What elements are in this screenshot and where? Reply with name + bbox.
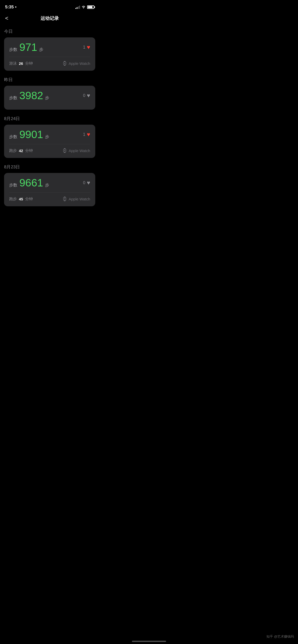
apple-watch-badge-aug23: Apple Watch	[62, 196, 90, 202]
apple-watch-badge-aug24: Apple Watch	[62, 148, 90, 153]
time-display: 5:35	[5, 5, 14, 10]
svg-point-3	[64, 63, 65, 64]
card-bottom-row: 游泳 26 分钟 Apple Watch	[9, 57, 90, 66]
steps-unit: 步	[39, 47, 43, 52]
card-top-row-aug24: 步数 9901 步 1 ♥	[9, 129, 90, 140]
apple-watch-label: Apple Watch	[69, 61, 90, 66]
card-bottom-row-aug24: 跑步 42 分钟 Apple Watch	[9, 144, 90, 153]
watch-icon-aug24	[62, 148, 67, 153]
location-arrow-icon: ‣	[15, 5, 17, 9]
steps-count-y: 3982	[19, 90, 43, 101]
like-section-aug24[interactable]: 1 ♥	[83, 131, 90, 138]
section-label-yesterday: 昨日	[4, 77, 95, 83]
svg-rect-10	[64, 200, 65, 201]
record-card-today[interactable]: 步数 971 步 1 ♥ 游泳 26 分钟	[4, 37, 95, 71]
watch-icon	[62, 61, 67, 66]
section-label-aug23: 8月23日	[4, 164, 95, 170]
section-label-aug24: 8月24日	[4, 116, 95, 122]
activity-duration: 26	[19, 61, 23, 66]
svg-rect-2	[64, 65, 65, 66]
like-count-y: 0	[83, 93, 85, 98]
svg-point-7	[64, 150, 65, 151]
card-bottom-row-aug23: 跑步 45 分钟 Apple Watch	[9, 192, 90, 202]
svg-rect-5	[64, 148, 65, 149]
heart-icon[interactable]: ♥	[87, 44, 90, 51]
like-section-aug23[interactable]: 0 ♥	[83, 180, 90, 186]
steps-label-aug23: 步数	[9, 183, 17, 188]
steps-unit-aug23: 步	[45, 183, 49, 188]
steps-unit-aug24: 步	[45, 134, 49, 140]
signal-icon	[75, 5, 80, 9]
activity-unit: 分钟	[25, 61, 33, 66]
steps-count-aug24: 9901	[19, 129, 43, 140]
card-top-row-aug23: 步数 9661 步 0 ♥	[9, 178, 90, 188]
like-count-aug23: 0	[83, 181, 85, 185]
activity-info-aug23: 跑步 45 分钟	[9, 197, 33, 201]
steps-info-y: 步数 3982 步	[9, 90, 49, 101]
card-top-row-y: 步数 3982 步 0 ♥	[9, 90, 90, 101]
activity-info: 游泳 26 分钟	[9, 61, 33, 66]
activity-duration-aug23: 45	[19, 197, 23, 201]
wifi-icon	[82, 5, 86, 9]
steps-info-aug24: 步数 9901 步	[9, 129, 49, 140]
main-content: 今日 步数 971 步 1 ♥ 游泳 26 分钟	[0, 28, 99, 206]
svg-rect-6	[64, 152, 65, 153]
record-card-aug24[interactable]: 步数 9901 步 1 ♥ 跑步 42 分钟	[4, 125, 95, 158]
watch-icon-aug23	[62, 196, 67, 202]
record-card-yesterday[interactable]: 步数 3982 步 0 ♥	[4, 86, 95, 110]
status-icons	[75, 5, 94, 9]
activity-label: 游泳	[9, 61, 17, 66]
steps-label-y: 步数	[9, 95, 17, 101]
activity-info-aug24: 跑步 42 分钟	[9, 148, 33, 153]
heart-icon-aug24[interactable]: ♥	[87, 131, 90, 138]
section-label-today: 今日	[4, 28, 95, 34]
steps-unit-y: 步	[45, 95, 49, 101]
like-count: 1	[83, 45, 85, 50]
status-bar: 5:35 ‣	[0, 0, 99, 13]
apple-watch-label-aug24: Apple Watch	[69, 149, 90, 153]
apple-watch-badge: Apple Watch	[62, 61, 90, 66]
steps-info-aug23: 步数 9661 步	[9, 178, 49, 188]
steps-count: 971	[19, 42, 37, 53]
svg-point-11	[64, 198, 65, 199]
steps-info: 步数 971 步	[9, 42, 43, 53]
activity-label-aug24: 跑步	[9, 148, 17, 153]
like-section[interactable]: 1 ♥	[83, 44, 90, 51]
heart-icon-gray[interactable]: ♥	[87, 92, 90, 99]
steps-count-aug23: 9661	[19, 178, 43, 188]
battery-icon	[87, 5, 94, 9]
status-time: 5:35 ‣	[5, 5, 17, 10]
activity-label-aug23: 跑步	[9, 197, 17, 201]
activity-duration-aug24: 42	[19, 149, 23, 153]
like-count-aug24: 1	[83, 132, 85, 137]
steps-label-aug24: 步数	[9, 134, 17, 140]
record-card-aug23[interactable]: 步数 9661 步 0 ♥ 跑步 45 分钟	[4, 173, 95, 206]
svg-rect-9	[64, 197, 65, 197]
activity-unit-aug24: 分钟	[25, 148, 33, 153]
nav-header: < 运动记录	[0, 13, 99, 26]
back-button[interactable]: <	[5, 15, 8, 22]
like-section-y[interactable]: 0 ♥	[83, 92, 90, 99]
apple-watch-label-aug23: Apple Watch	[69, 197, 90, 201]
page-title: 运动记录	[40, 15, 59, 21]
heart-icon-aug23[interactable]: ♥	[87, 180, 90, 186]
activity-unit-aug23: 分钟	[25, 197, 33, 201]
svg-rect-1	[64, 61, 65, 62]
card-top-row: 步数 971 步 1 ♥	[9, 42, 90, 53]
steps-label: 步数	[9, 47, 17, 52]
